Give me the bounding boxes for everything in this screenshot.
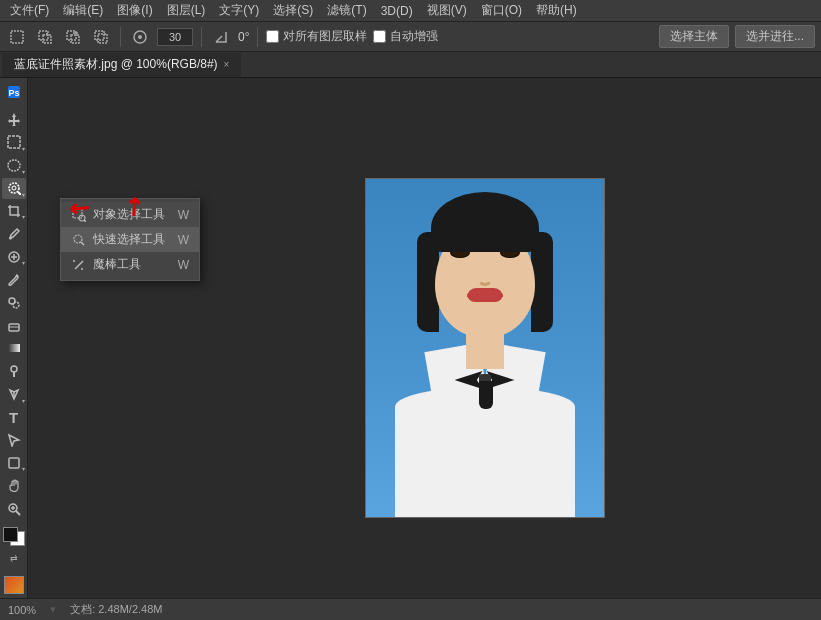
svg-rect-27: [8, 344, 20, 352]
flyout-label-magic-wand: 魔棒工具: [93, 256, 141, 273]
lips-top: [467, 288, 503, 297]
brush-size-icon: [129, 26, 151, 48]
auto-enhance-checkbox-row: 自动增强: [373, 28, 438, 45]
menu-window[interactable]: 窗口(O): [475, 0, 528, 21]
menu-layer[interactable]: 图层(L): [161, 0, 212, 21]
svg-point-40: [74, 235, 82, 243]
menu-3d[interactable]: 3D(D): [375, 2, 419, 20]
tool-arrow-indicator: ▾: [22, 191, 25, 198]
crop-tool-button[interactable]: ▾: [2, 201, 26, 222]
menu-text[interactable]: 文字(Y): [213, 0, 265, 21]
clone-tool-button[interactable]: [2, 292, 26, 313]
svg-marker-14: [8, 113, 20, 126]
color-swatch[interactable]: [3, 527, 25, 546]
tool-arrow-indicator: ▾: [22, 465, 25, 472]
menu-help[interactable]: 帮助(H): [530, 0, 583, 21]
path-select-tool-button[interactable]: [2, 430, 26, 451]
quick-select-tool-button[interactable]: ▾: [2, 178, 26, 199]
tool-arrow-indicator: ▾: [22, 397, 25, 404]
svg-point-16: [9, 183, 19, 193]
select-subject-button[interactable]: 选择主体: [659, 25, 729, 48]
add-to-selection-icon[interactable]: [6, 26, 28, 48]
eraser-tool-button[interactable]: [2, 315, 26, 336]
auto-enhance-checkbox[interactable]: [373, 30, 386, 43]
svg-point-18: [12, 186, 16, 190]
svg-rect-0: [11, 31, 23, 43]
svg-rect-9: [98, 34, 107, 43]
subtract-selection-icon[interactable]: [62, 26, 84, 48]
for-all-layers-checkbox-row: 对所有图层取样: [266, 28, 367, 45]
separator-1: [120, 27, 121, 47]
svg-line-34: [16, 511, 20, 515]
menu-bar: 文件(F) 编辑(E) 图像(I) 图层(L) 文字(Y) 选择(S) 滤镜(T…: [0, 0, 821, 22]
auto-enhance-label: 自动增强: [390, 28, 438, 45]
quick-select-icon: [71, 232, 87, 248]
status-bar: 100% ▾ 文档: 2.48M/2.48M: [0, 598, 821, 620]
svg-line-17: [18, 192, 21, 195]
active-tab[interactable]: 蓝底证件照素材.jpg @ 100%(RGB/8#) ×: [2, 53, 242, 77]
healing-tool-button[interactable]: ▾: [2, 246, 26, 267]
lasso-tool-button[interactable]: ▾: [2, 155, 26, 176]
menu-edit[interactable]: 编辑(E): [57, 0, 109, 21]
tab-close-button[interactable]: ×: [224, 59, 230, 70]
shape-tool-button[interactable]: ▾: [2, 453, 26, 474]
switch-colors-button[interactable]: ⇄: [6, 550, 22, 566]
menu-select[interactable]: 选择(S): [267, 0, 319, 21]
gradient-tool-button[interactable]: [2, 338, 26, 359]
brush-size-input[interactable]: [157, 28, 193, 46]
rectangle-select-tool-button[interactable]: ▾: [2, 132, 26, 153]
flyout-shortcut-magic-wand: W: [178, 258, 189, 272]
add-selection-icon[interactable]: [34, 26, 56, 48]
flyout-label-quick-select: 快速选择工具: [93, 231, 165, 248]
tool-arrow-indicator: ▾: [22, 145, 25, 152]
status-doc-size: 文档: 2.48M/2.48M: [70, 602, 162, 617]
menu-image[interactable]: 图像(I): [111, 0, 158, 21]
ps-home-button[interactable]: Ps: [2, 82, 26, 103]
svg-line-39: [84, 220, 86, 222]
menu-view[interactable]: 视图(V): [421, 0, 473, 21]
pen-tool-button[interactable]: ▾: [2, 384, 26, 405]
angle-icon: [210, 26, 232, 48]
move-tool-button[interactable]: [2, 109, 26, 130]
svg-rect-6: [71, 35, 79, 43]
foreground-color-swatch[interactable]: [3, 527, 18, 542]
eyedropper-tool-button[interactable]: [2, 223, 26, 244]
status-zoom: 100%: [8, 604, 36, 616]
special-color-square[interactable]: [4, 576, 24, 594]
menu-file[interactable]: 文件(F): [4, 0, 55, 21]
svg-rect-15: [8, 136, 20, 148]
svg-line-41: [81, 242, 84, 245]
flyout-item-quick-select[interactable]: 快速选择工具 W: [61, 227, 199, 252]
brush-tool-button[interactable]: [2, 269, 26, 290]
photo-canvas: [365, 178, 605, 518]
zoom-tool-button[interactable]: [2, 498, 26, 519]
svg-marker-31: [9, 435, 19, 446]
svg-point-11: [138, 35, 142, 39]
intersect-selection-icon[interactable]: [90, 26, 112, 48]
flyout-shortcut-quick-select: W: [178, 233, 189, 247]
separator-2: [201, 27, 202, 47]
separator-3: [257, 27, 258, 47]
magic-wand-icon: [71, 257, 87, 273]
for-all-layers-checkbox[interactable]: [266, 30, 279, 43]
dodge-tool-button[interactable]: [2, 361, 26, 382]
menu-filter[interactable]: 滤镜(T): [321, 0, 372, 21]
text-tool-button[interactable]: T: [2, 407, 26, 428]
svg-text:Ps: Ps: [8, 88, 19, 98]
toolbar: Ps ▾ ▾ ▾ ▾ ▾: [0, 78, 28, 598]
tab-label: 蓝底证件照素材.jpg @ 100%(RGB/8#): [14, 56, 218, 73]
svg-rect-2: [43, 35, 51, 43]
svg-point-23: [9, 298, 15, 304]
select-and-goto-button[interactable]: 选并进往...: [735, 25, 815, 48]
options-bar: 0° 对所有图层取样 自动增强 选择主体 选并进往...: [0, 22, 821, 52]
portrait-background: [366, 179, 604, 517]
canvas-area: 对象选择工具 W 快速选择工具 W 魔棒工具 W ↙ ↙: [28, 78, 821, 598]
bow-knot: [479, 381, 493, 409]
hand-tool-button[interactable]: [2, 475, 26, 496]
tool-arrow-indicator: ▾: [22, 213, 25, 220]
flyout-item-magic-wand[interactable]: 魔棒工具 W: [61, 252, 199, 277]
svg-rect-32: [9, 458, 19, 468]
tool-arrow-indicator: ▾: [22, 168, 25, 175]
angle-value: 0°: [238, 30, 249, 44]
tool-arrow-indicator: ▾: [22, 259, 25, 266]
